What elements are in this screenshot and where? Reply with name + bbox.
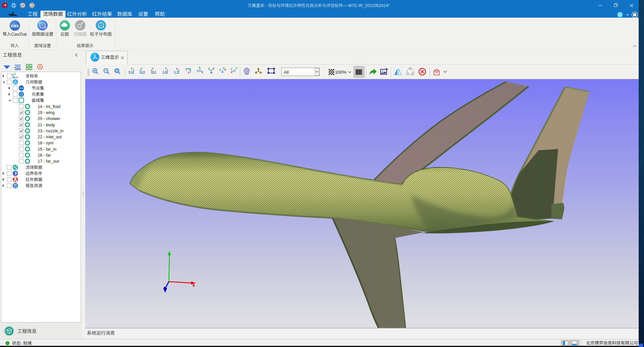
svg-text:z: z xyxy=(185,68,187,71)
svg-text:Y: Y xyxy=(198,66,200,69)
svg-text:z: z xyxy=(174,70,175,73)
svg-text:x: x xyxy=(165,70,167,73)
svg-text:x: x xyxy=(188,71,189,74)
svg-text:20 - chuiwei: 20 - chuiwei xyxy=(38,116,60,121)
svg-text:22 - inlet_out: 22 - inlet_out xyxy=(38,135,62,139)
svg-text:Y: Y xyxy=(131,67,133,70)
svg-text:21 - body: 21 - body xyxy=(38,123,55,127)
svg-text:Y: Y xyxy=(235,67,237,70)
svg-text:x: x xyxy=(201,70,203,74)
svg-text:x: x xyxy=(16,76,18,79)
svg-text:23 - nozzle_in: 23 - nozzle_in xyxy=(38,129,64,133)
svg-text:18 - sym: 18 - sym xyxy=(38,141,54,145)
svg-text:14 - int_fluid: 14 - int_fluid xyxy=(38,104,60,109)
svg-text:19 - wing: 19 - wing xyxy=(38,110,55,115)
svg-text:z: z xyxy=(162,70,164,73)
svg-text:z: z xyxy=(210,71,212,74)
svg-text:16 - far: 16 - far xyxy=(38,153,51,158)
svg-text:Y: Y xyxy=(152,67,154,70)
svg-text:z: z xyxy=(131,70,133,73)
svg-text:z: z xyxy=(219,68,221,71)
svg-text:x: x xyxy=(231,70,232,74)
svg-text:z: z xyxy=(155,70,156,73)
svg-text:x: x xyxy=(176,67,178,70)
svg-text:Cas/Dat: Cas/Dat xyxy=(11,32,27,37)
svg-text:— MTE-IR_2021052414*: — MTE-IR_2021052414* xyxy=(343,3,390,8)
svg-text:Y: Y xyxy=(176,70,178,73)
svg-text:x: x xyxy=(192,283,195,288)
svg-text:cas: cas xyxy=(11,23,19,28)
svg-text:x: x xyxy=(224,68,226,71)
svg-text::: : xyxy=(21,341,23,346)
svg-text:Y: Y xyxy=(208,67,210,70)
svg-text:z: z xyxy=(14,75,15,78)
svg-text:x: x xyxy=(129,70,130,73)
svg-text:100%: 100% xyxy=(335,70,347,75)
svg-text:z: z xyxy=(141,70,143,73)
svg-text:x: x xyxy=(143,70,145,73)
svg-text:-: - xyxy=(264,3,268,8)
svg-text:Y: Y xyxy=(165,67,167,70)
svg-text:Y: Y xyxy=(141,67,143,70)
svg-text:17 - far_out: 17 - far_out xyxy=(38,159,59,164)
svg-text:15 - far_in: 15 - far_in xyxy=(38,147,56,152)
svg-text:x: x xyxy=(213,67,214,70)
svg-text:x: x xyxy=(152,70,154,73)
svg-text:All: All xyxy=(284,70,289,75)
